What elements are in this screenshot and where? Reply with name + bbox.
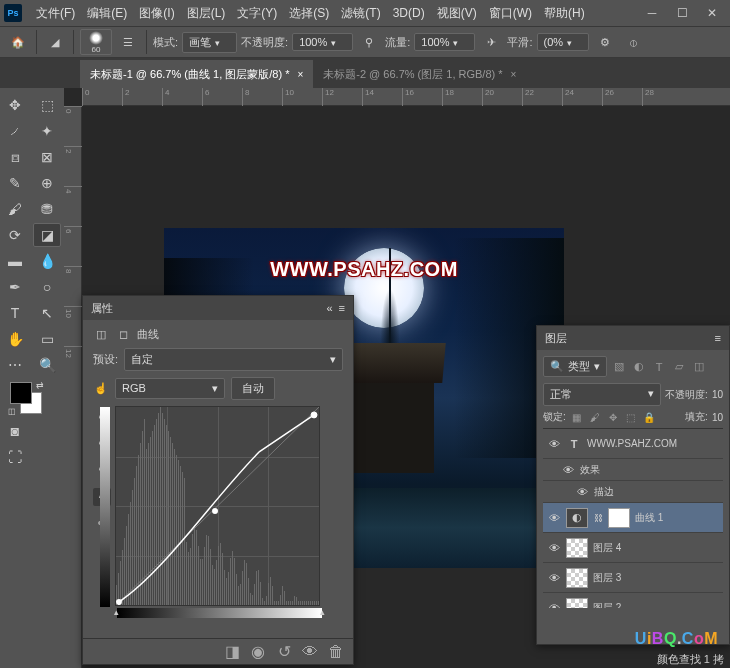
layer-thumb[interactable] (566, 568, 588, 588)
visibility-icon[interactable]: 👁 (547, 437, 561, 451)
layer-item[interactable]: 👁 图层 2 (543, 593, 723, 608)
visibility-icon[interactable]: 👁 (547, 511, 561, 525)
menu-view[interactable]: 视图(V) (431, 5, 483, 22)
layer-name[interactable]: 图层 3 (593, 571, 621, 585)
lock-transparent-icon[interactable]: ▦ (570, 410, 584, 424)
layer-item-curves[interactable]: 👁 ◐ ⛓ 曲线 1 (543, 503, 723, 533)
filter-adj-icon[interactable]: ◐ (631, 359, 647, 375)
menu-type[interactable]: 文字(Y) (231, 5, 283, 22)
panel-menu-icon[interactable]: ≡ (715, 332, 721, 344)
path-tool[interactable]: ↖ (33, 301, 61, 325)
lock-all-icon[interactable]: 🔒 (642, 410, 656, 424)
quickmask-tool[interactable]: ◙ (1, 419, 29, 443)
pen-tool[interactable]: ✒ (1, 275, 29, 299)
airbrush-icon[interactable]: ✈ (479, 30, 503, 54)
lock-artboard-icon[interactable]: ⬚ (624, 410, 638, 424)
swap-colors-icon[interactable]: ⇄ (36, 380, 44, 390)
layer-filter-select[interactable]: 🔍类型▾ (543, 356, 607, 377)
input-gradient[interactable]: ▴ ▴ (117, 608, 322, 618)
menu-select[interactable]: 选择(S) (283, 5, 335, 22)
preset-select[interactable]: 自定▾ (124, 348, 343, 371)
layer-item[interactable]: 👁 图层 3 (543, 563, 723, 593)
hand-tool[interactable]: ✋ (1, 327, 29, 351)
move-tool[interactable]: ✥ (1, 93, 29, 117)
panel-collapse-icon[interactable]: « (326, 302, 332, 314)
white-point-slider[interactable]: ▴ (320, 607, 325, 617)
eraser-tool[interactable]: ◪ (33, 223, 61, 247)
layer-thumb[interactable] (566, 598, 588, 609)
view-previous-icon[interactable]: ◉ (249, 643, 267, 661)
brush-panel-icon[interactable]: ☰ (116, 30, 140, 54)
fill-value[interactable]: 10 (712, 412, 723, 423)
edit-toolbar[interactable]: ⋯ (1, 353, 29, 377)
type-tool[interactable]: T (1, 301, 29, 325)
filter-type-icon[interactable]: T (651, 359, 667, 375)
layer-item[interactable]: 👁 图层 4 (543, 533, 723, 563)
shape-tool[interactable]: ▭ (33, 327, 61, 351)
visibility-icon[interactable]: 👁 (547, 571, 561, 585)
lock-position-icon[interactable]: ✥ (606, 410, 620, 424)
link-icon[interactable]: ⛓ (593, 513, 603, 523)
lasso-tool[interactable]: ⟋ (1, 119, 29, 143)
visibility-icon[interactable]: 👁 (575, 485, 589, 499)
home-icon[interactable]: 🏠 (6, 30, 30, 54)
clip-icon[interactable]: ◨ (223, 643, 241, 661)
menu-image[interactable]: 图像(I) (133, 5, 180, 22)
layer-effect-stroke[interactable]: 👁 描边 (543, 481, 723, 503)
layer-item-text[interactable]: 👁 T WWW.PSAHZ.COM (543, 429, 723, 459)
blend-mode-select[interactable]: 画笔 (182, 32, 237, 53)
layer-name[interactable]: 图层 4 (593, 541, 621, 555)
visibility-icon[interactable]: 👁 (547, 541, 561, 555)
trash-icon[interactable]: 🗑 (327, 643, 345, 661)
brush-tool[interactable]: 🖌 (1, 197, 29, 221)
maximize-button[interactable]: ☐ (668, 3, 696, 23)
menu-window[interactable]: 窗口(W) (483, 5, 538, 22)
frame-tool[interactable]: ⊠ (33, 145, 61, 169)
curves-graph[interactable] (115, 406, 320, 606)
minimize-button[interactable]: ─ (638, 3, 666, 23)
menu-filter[interactable]: 滤镜(T) (335, 5, 386, 22)
panel-menu-icon[interactable]: ≡ (339, 302, 345, 314)
finger-icon[interactable]: ☝ (93, 381, 109, 397)
healing-tool[interactable]: ⊕ (33, 171, 61, 195)
tab-active[interactable]: 未标题-1 @ 66.7% (曲线 1, 图层蒙版/8) * × (80, 60, 313, 88)
tab-close-icon[interactable]: × (297, 69, 303, 80)
layer-name[interactable]: 曲线 1 (635, 511, 663, 525)
panel-header[interactable]: 属性 « ≡ (83, 296, 353, 320)
filter-image-icon[interactable]: ▧ (611, 359, 627, 375)
visibility-icon[interactable]: 👁 (301, 643, 319, 661)
filter-shape-icon[interactable]: ▱ (671, 359, 687, 375)
zoom-tool[interactable]: 🔍 (33, 353, 61, 377)
ruler-horizontal[interactable]: 0246810121416182022242628 (82, 88, 730, 106)
visibility-icon[interactable]: 👁 (547, 601, 561, 609)
brush-tool-icon[interactable]: ◢ (43, 30, 67, 54)
mask-thumb[interactable] (608, 508, 630, 528)
layer-effects[interactable]: 👁 效果 (543, 459, 723, 481)
tab-close-icon[interactable]: × (511, 69, 517, 80)
black-point-slider[interactable]: ▴ (114, 607, 119, 617)
history-brush-tool[interactable]: ⟳ (1, 223, 29, 247)
menu-layer[interactable]: 图层(L) (181, 5, 232, 22)
menu-3d[interactable]: 3D(D) (387, 6, 431, 20)
foreground-color[interactable] (10, 382, 32, 404)
pressure-opacity-icon[interactable]: ⚲ (357, 30, 381, 54)
layer-name[interactable]: 图层 2 (593, 601, 621, 609)
lock-pixels-icon[interactable]: 🖌 (588, 410, 602, 424)
screenmode-tool[interactable]: ⛶ (1, 445, 29, 469)
marquee-tool[interactable]: ⬚ (33, 93, 61, 117)
auto-button[interactable]: 自动 (231, 377, 275, 400)
layer-name[interactable]: WWW.PSAHZ.COM (587, 438, 677, 449)
default-colors-icon[interactable]: ◫ (8, 407, 16, 416)
gradient-tool[interactable]: ▬ (1, 249, 29, 273)
gear-icon[interactable]: ⚙ (593, 30, 617, 54)
color-swatches[interactable]: ⇄ ◫ (10, 382, 42, 414)
panel-header[interactable]: 图层 ≡ (537, 326, 729, 350)
crop-tool[interactable]: ⧈ (1, 145, 29, 169)
symmetry-icon[interactable]: ⦶ (621, 30, 645, 54)
menu-edit[interactable]: 编辑(E) (81, 5, 133, 22)
wand-tool[interactable]: ✦ (33, 119, 61, 143)
flow-select[interactable]: 100% (414, 33, 475, 51)
close-button[interactable]: ✕ (698, 3, 726, 23)
brush-preset-picker[interactable]: 60 (80, 29, 112, 55)
opacity-value[interactable]: 10 (712, 389, 723, 400)
